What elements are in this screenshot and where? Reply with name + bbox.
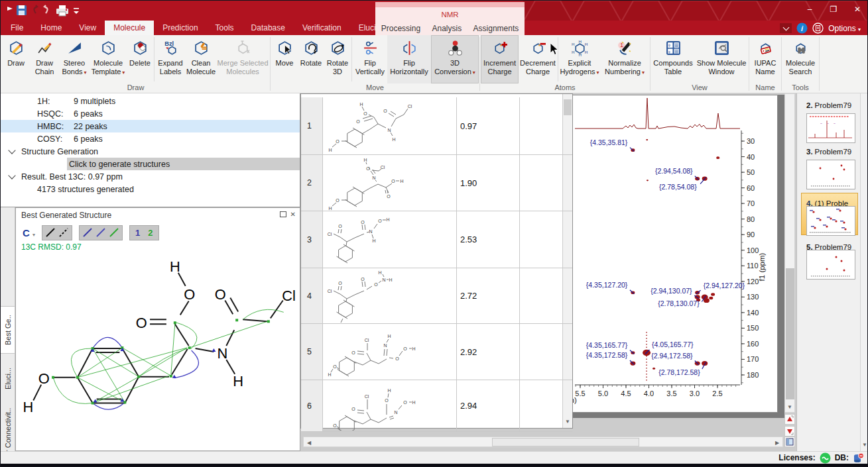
- float-panel-icon[interactable]: [280, 211, 286, 217]
- scroll-left-arrow[interactable]: ◀: [304, 437, 314, 448]
- options-button[interactable]: Options ▾: [828, 24, 861, 33]
- 3d-conversion-button[interactable]: 3D Conversion▾: [431, 35, 479, 83]
- svg-text:H: H: [389, 278, 392, 282]
- rotate-3d-icon: [330, 36, 346, 59]
- flip-horizontally-button[interactable]: Flip Horizontally: [387, 35, 431, 83]
- increment-charge-button[interactable]: Increment Charge: [481, 35, 519, 83]
- tab-molecule[interactable]: Molecule: [105, 21, 154, 35]
- cosy-bond-icon[interactable]: [95, 227, 106, 238]
- normalize-numbering-button[interactable]: 1Normalize Numbering▾: [600, 35, 649, 83]
- vscrollbar-thumb[interactable]: [786, 268, 794, 399]
- tab-database[interactable]: Database: [243, 21, 294, 35]
- molecule-search-button[interactable]: Molecule Search: [782, 35, 818, 83]
- tab-tools[interactable]: Tools: [207, 21, 243, 35]
- draw-chain-button[interactable]: Draw Chain: [30, 35, 59, 83]
- page-thumbnail[interactable]: [806, 250, 855, 280]
- restore-button[interactable]: ❐: [829, 5, 838, 14]
- tree-row-hsqc[interactable]: HSQC:6 peaks: [1, 107, 300, 120]
- chevron-down-icon[interactable]: [8, 146, 15, 154]
- green-bond-icon[interactable]: [109, 227, 119, 238]
- clipboard-icon[interactable]: [812, 23, 824, 34]
- sidebar-tab-elucidation[interactable]: Eluci...: [1, 362, 15, 395]
- document-area: 3040506070809010011012013014015016017018…: [1, 93, 868, 451]
- svg-text:O: O: [215, 286, 226, 303]
- bond-style-group[interactable]: [42, 225, 72, 240]
- show-molecule-window-button[interactable]: Show Molecule Window: [695, 35, 748, 83]
- page-layout-button[interactable]: [784, 437, 795, 447]
- tab-view[interactable]: View: [70, 21, 105, 35]
- tab-verification[interactable]: Verification: [294, 21, 350, 35]
- page-thumbnail[interactable]: [806, 206, 855, 236]
- tab-assignments[interactable]: Assignments: [473, 24, 519, 33]
- atom-type-dropdown[interactable]: C ▾: [23, 227, 35, 238]
- flip-vertically-button[interactable]: Flip Vertically: [353, 35, 387, 83]
- tree-row-1h[interactable]: 1H:9 multiplets: [1, 95, 300, 107]
- rotate-button[interactable]: Rotate: [298, 35, 324, 83]
- page-thumbnail-label[interactable]: 2.Problem79: [806, 101, 851, 109]
- tree-row-result[interactable]: Result. Best 13C: 0.97 ppm: [1, 170, 300, 183]
- structure-row-6[interactable]: 6HOOClOHNOH2.94: [301, 380, 572, 432]
- best-structure-canvas[interactable]: HOOOClNHOH: [16, 252, 300, 449]
- scroll-down-arrow[interactable]: ▼: [785, 401, 794, 412]
- tab-analysis[interactable]: Analysis: [432, 24, 462, 33]
- tab-prediction[interactable]: Prediction: [154, 21, 206, 35]
- decrement-charge-button[interactable]: Decrement Charge: [519, 35, 557, 83]
- info-icon[interactable]: i: [796, 23, 808, 34]
- structure-row-3[interactable]: 3ClOOOHNH2.53: [301, 211, 572, 268]
- licenses-status-icon[interactable]: [820, 452, 831, 464]
- structure-row-1[interactable]: 1HOOOClNHOH0.97: [301, 97, 572, 155]
- structure-row-5[interactable]: 5HOOClNHOOH2.92: [301, 324, 572, 380]
- close-button[interactable]: ✕: [853, 5, 862, 14]
- rmsd-cell: 2.72: [457, 268, 520, 323]
- page-thumbnail[interactable]: ~~~: [806, 113, 855, 143]
- dashed-bond-icon[interactable]: [58, 227, 69, 238]
- rotate-3d-button[interactable]: Rotate 3D: [324, 35, 351, 83]
- ribbon-collapse-button[interactable]: [780, 23, 792, 33]
- flip-horizontally-icon: [401, 36, 418, 59]
- document-hscrollbar[interactable]: ◀ ▶: [303, 437, 783, 447]
- tree-row-generate[interactable]: Click to generate structures: [1, 158, 300, 170]
- hmbc-bond-icon[interactable]: [82, 227, 93, 238]
- iupac-name-button[interactable]: IUPAC Name: [750, 35, 780, 83]
- explicit-hydrogens-button[interactable]: HHHHHHExplicit Hydrogens▾: [559, 35, 600, 83]
- single-bond-icon[interactable]: [45, 227, 56, 238]
- move-button[interactable]: Move: [271, 35, 298, 83]
- bond-count-2[interactable]: 2: [145, 228, 155, 238]
- tab-file[interactable]: File: [2, 21, 32, 35]
- close-panel-icon[interactable]: ✕: [290, 211, 296, 218]
- structure-row-4[interactable]: 4ClOOONHHOH2.72: [301, 268, 572, 324]
- stereo-bonds-button[interactable]: Stereo Bonds▾: [59, 35, 90, 83]
- chevron-down-icon[interactable]: [8, 172, 15, 179]
- draw-button[interactable]: Draw: [2, 35, 30, 83]
- page-thumbnail-label[interactable]: 3.Problem79: [806, 148, 851, 156]
- minimize-button[interactable]: –: [805, 5, 814, 14]
- thumbnails-scrollbar[interactable]: ▼: [860, 93, 868, 451]
- tree-row-hmbc[interactable]: HMBC:22 peaks: [1, 120, 300, 132]
- delete-button[interactable]: Delete: [127, 35, 153, 83]
- correlation-type-group[interactable]: [79, 225, 123, 240]
- quick-access-toolbar[interactable]: [6, 4, 92, 19]
- document-vscrollbar[interactable]: ▼: [784, 93, 795, 413]
- compounds-table-button[interactable]: ψφCompounds Table: [651, 35, 695, 83]
- tree-row-structure-generation[interactable]: Structure Generation: [1, 145, 300, 158]
- next-page-button[interactable]: [784, 426, 795, 437]
- tab-home[interactable]: Home: [32, 21, 70, 35]
- hscrollbar-thumb[interactable]: [492, 438, 639, 446]
- expand-labels-button[interactable]: BzlExpand Labels: [155, 35, 186, 83]
- structure-row-2[interactable]: 2HOClNOHOOH1.90: [301, 155, 572, 211]
- db-status-icon[interactable]: [853, 452, 864, 464]
- scroll-down-arrow[interactable]: ▼: [861, 439, 868, 450]
- bond-count-group[interactable]: 1 2: [129, 225, 158, 240]
- scroll-right-arrow[interactable]: ▶: [773, 437, 782, 448]
- tab-processing[interactable]: Processing: [381, 24, 420, 33]
- clean-molecule-button[interactable]: Clean Molecule: [186, 35, 216, 83]
- sidebar-tab-best-generated[interactable]: Best Ge..: [1, 307, 15, 353]
- previous-page-button[interactable]: [784, 414, 795, 425]
- merge-selected-button[interactable]: Merge Selected Molecules: [216, 35, 269, 83]
- page-thumbnail[interactable]: [806, 160, 855, 189]
- undo-icon: [34, 5, 37, 13]
- tree-row-structures-generated[interactable]: 4173 structures generated: [1, 183, 300, 195]
- tree-row-cosy[interactable]: COSY:6 peaks: [1, 132, 300, 145]
- molecule-template-button[interactable]: Molecule Template▾: [90, 35, 127, 83]
- bond-count-1[interactable]: 1: [133, 228, 143, 238]
